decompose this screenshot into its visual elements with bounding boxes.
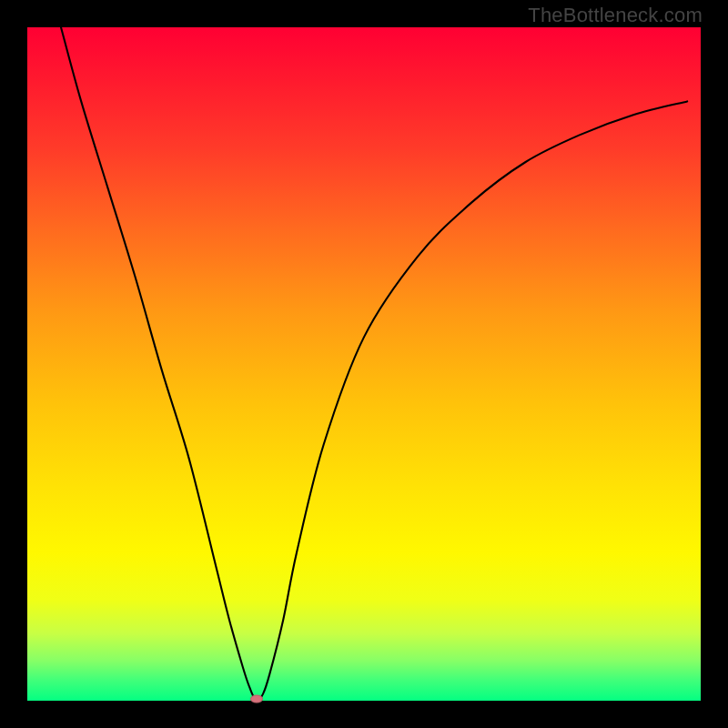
- bottleneck-curve-path: [61, 27, 687, 701]
- watermark-text: TheBottleneck.com: [528, 4, 703, 27]
- minimum-marker: [250, 695, 263, 703]
- chart-frame: TheBottleneck.com: [0, 0, 728, 728]
- curve-layer: [27, 27, 701, 701]
